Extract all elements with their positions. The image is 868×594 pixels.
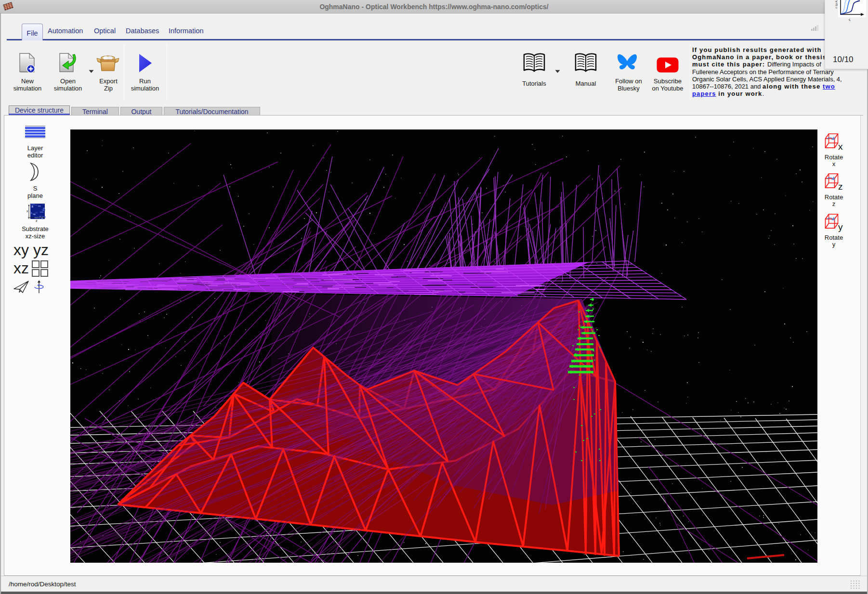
svg-text:σ (µA): σ (µA) [834, 0, 838, 9]
svg-text:x: x [26, 209, 28, 213]
svg-text:ς: ς [849, 17, 851, 22]
svg-text:z: z [36, 219, 38, 222]
